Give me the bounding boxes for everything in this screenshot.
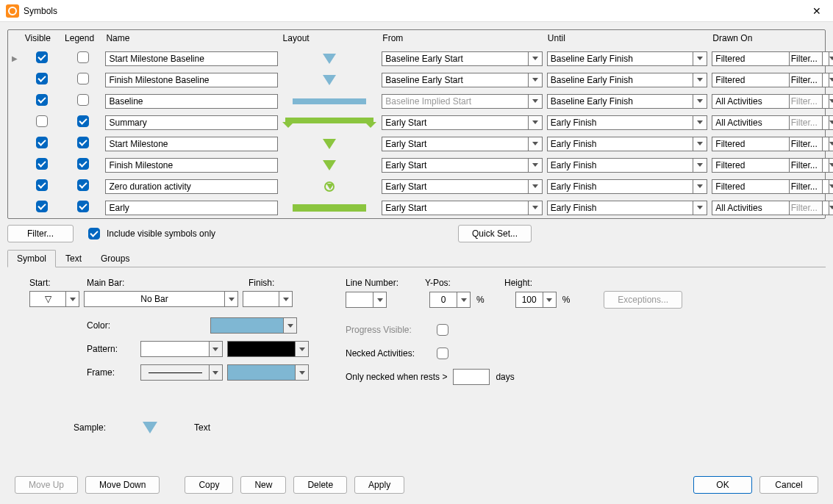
chevron-down-icon[interactable] (528, 201, 543, 215)
visible-checkbox[interactable] (36, 94, 48, 106)
pattern-left-picker[interactable] (140, 341, 222, 357)
color-picker[interactable] (210, 317, 297, 334)
chevron-down-icon[interactable] (528, 73, 543, 87)
tab-text[interactable]: Text (56, 250, 91, 267)
include-visible-checkbox[interactable]: Include visible symbols only (85, 226, 215, 242)
new-button[interactable]: New (240, 476, 286, 494)
move-up-button[interactable]: Move Up (15, 476, 78, 494)
row-filter-button[interactable]: Filter... (789, 115, 823, 130)
line-number-select[interactable] (346, 292, 387, 308)
table-row[interactable]: Filter... (8, 133, 825, 154)
table-row[interactable]: Filter... (8, 90, 825, 112)
chevron-down-icon[interactable] (693, 158, 707, 173)
quick-set-button[interactable]: Quick Set... (458, 225, 532, 242)
until-select[interactable] (547, 201, 707, 215)
until-select[interactable] (547, 137, 707, 151)
chevron-down-icon[interactable] (693, 201, 707, 215)
visible-checkbox[interactable] (36, 201, 48, 212)
from-select[interactable] (382, 158, 542, 173)
chevron-down-icon[interactable] (528, 158, 543, 173)
until-select[interactable] (547, 73, 707, 87)
chevron-down-icon[interactable] (829, 94, 833, 109)
drawn-on-select[interactable] (712, 94, 784, 109)
chevron-down-icon[interactable] (693, 73, 707, 87)
from-select[interactable] (382, 94, 542, 109)
legend-checkbox[interactable] (77, 73, 89, 84)
chevron-down-icon[interactable] (528, 51, 543, 66)
move-down-button[interactable]: Move Down (85, 476, 160, 494)
legend-checkbox[interactable] (77, 179, 89, 191)
table-row[interactable]: ▶Filter... (8, 48, 825, 69)
visible-checkbox[interactable] (36, 137, 48, 148)
chevron-down-icon[interactable] (829, 158, 833, 173)
table-row[interactable]: Filter... (8, 69, 825, 90)
start-select[interactable]: ▽ (29, 291, 79, 307)
chevron-down-icon[interactable] (693, 137, 707, 151)
until-select[interactable] (547, 115, 707, 130)
legend-checkbox[interactable] (77, 51, 89, 63)
row-filter-button[interactable]: Filter... (789, 201, 823, 215)
table-row[interactable]: Filter... (8, 154, 825, 176)
visible-checkbox[interactable] (36, 158, 48, 170)
name-input[interactable] (105, 158, 277, 173)
tab-groups[interactable]: Groups (91, 250, 139, 267)
from-select[interactable] (382, 137, 542, 151)
legend-checkbox[interactable] (77, 201, 89, 212)
until-select[interactable] (547, 94, 707, 109)
chevron-down-icon[interactable] (829, 73, 833, 87)
until-select[interactable] (547, 51, 707, 66)
chevron-down-icon[interactable] (528, 137, 543, 151)
from-select[interactable] (382, 115, 542, 130)
table-row[interactable]: Filter... (8, 176, 825, 197)
visible-checkbox[interactable] (36, 115, 48, 127)
visible-checkbox[interactable] (36, 51, 48, 63)
name-input[interactable] (105, 51, 277, 66)
drawn-on-select[interactable] (712, 51, 784, 66)
copy-button[interactable]: Copy (185, 476, 233, 494)
until-select[interactable] (547, 158, 707, 173)
row-filter-button[interactable]: Filter... (789, 158, 823, 173)
ok-button[interactable]: OK (693, 476, 752, 494)
ypos-select[interactable]: 0 (429, 292, 471, 308)
name-input[interactable] (105, 94, 277, 109)
legend-checkbox[interactable] (77, 158, 89, 170)
mainbar-select[interactable]: No Bar (84, 291, 238, 307)
chevron-down-icon[interactable] (528, 94, 543, 109)
legend-checkbox[interactable] (77, 137, 89, 148)
drawn-on-select[interactable] (712, 73, 784, 87)
drawn-on-select[interactable] (712, 179, 784, 194)
chevron-down-icon[interactable] (829, 201, 833, 215)
finish-select[interactable] (243, 291, 293, 307)
cancel-button[interactable]: Cancel (759, 476, 818, 494)
necked-checkbox[interactable] (437, 348, 448, 359)
from-select[interactable] (382, 73, 542, 87)
only-necked-input[interactable] (453, 369, 490, 385)
visible-checkbox[interactable] (36, 179, 48, 191)
chevron-down-icon[interactable] (829, 51, 833, 66)
height-select[interactable]: 100 (515, 292, 557, 308)
include-visible-box[interactable] (88, 228, 100, 240)
name-input[interactable] (105, 201, 277, 215)
table-row[interactable]: Filter... (8, 112, 825, 133)
name-input[interactable] (105, 137, 277, 151)
table-row[interactable]: Filter... (8, 197, 825, 218)
chevron-down-icon[interactable] (693, 51, 707, 66)
chevron-down-icon[interactable] (528, 179, 543, 194)
until-select[interactable] (547, 179, 707, 194)
drawn-on-select[interactable] (712, 201, 784, 215)
drawn-on-select[interactable] (712, 137, 784, 151)
row-filter-button[interactable]: Filter... (789, 137, 823, 151)
drawn-on-select[interactable] (712, 115, 784, 130)
from-select[interactable] (382, 201, 542, 215)
chevron-down-icon[interactable] (528, 115, 543, 130)
chevron-down-icon[interactable] (829, 179, 833, 194)
exceptions-button[interactable]: Exceptions... (604, 291, 682, 309)
chevron-down-icon[interactable] (693, 94, 707, 109)
progress-visible-checkbox[interactable] (437, 324, 448, 336)
chevron-down-icon[interactable] (829, 115, 833, 130)
chevron-down-icon[interactable] (829, 137, 833, 151)
row-filter-button[interactable]: Filter... (789, 51, 823, 66)
filter-button[interactable]: Filter... (7, 225, 74, 242)
close-icon[interactable]: ✕ (807, 5, 827, 17)
pattern-right-picker[interactable] (227, 341, 309, 357)
